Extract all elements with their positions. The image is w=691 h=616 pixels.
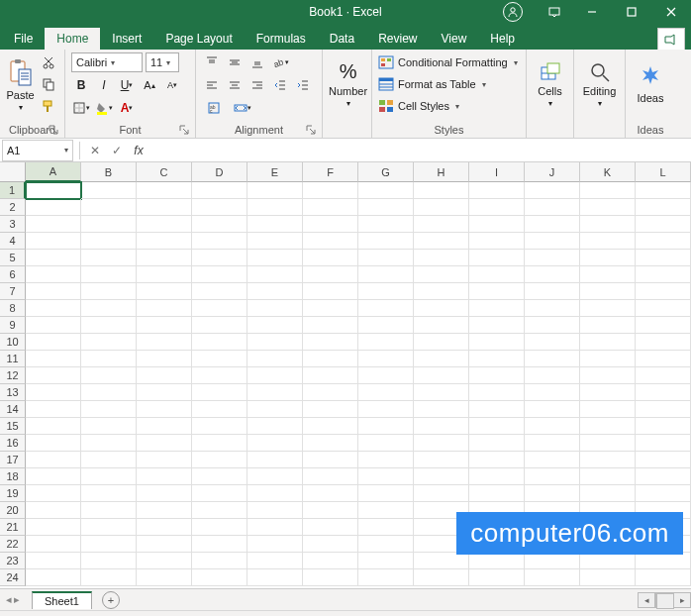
cell[interactable] xyxy=(192,435,247,452)
cell[interactable] xyxy=(580,485,636,502)
cell[interactable] xyxy=(247,250,303,266)
align-top-button[interactable] xyxy=(202,52,222,72)
merge-center-button[interactable]: ▾ xyxy=(229,98,256,118)
align-left-button[interactable] xyxy=(202,75,222,95)
cell[interactable] xyxy=(81,317,137,334)
row-header[interactable]: 14 xyxy=(0,401,26,418)
scroll-left-icon[interactable]: ◂ xyxy=(638,592,655,608)
cell[interactable] xyxy=(636,266,691,283)
cell[interactable] xyxy=(192,216,247,233)
cell[interactable] xyxy=(303,216,358,233)
close-button[interactable] xyxy=(651,0,691,24)
cell[interactable] xyxy=(580,435,636,452)
cell[interactable] xyxy=(303,233,358,250)
cell[interactable] xyxy=(414,384,469,401)
cell[interactable] xyxy=(247,367,303,384)
cell[interactable] xyxy=(26,569,81,586)
minimize-button[interactable] xyxy=(572,0,612,24)
cell[interactable] xyxy=(192,485,247,502)
cell[interactable] xyxy=(26,283,81,300)
cell[interactable] xyxy=(81,452,137,468)
cell[interactable] xyxy=(469,266,525,283)
cell[interactable] xyxy=(358,283,414,300)
cell[interactable] xyxy=(81,468,137,485)
column-header[interactable]: A xyxy=(26,162,81,182)
cell[interactable] xyxy=(303,367,358,384)
cell[interactable] xyxy=(137,553,192,569)
column-header[interactable]: B xyxy=(81,162,137,182)
row-header[interactable]: 22 xyxy=(0,536,26,553)
cell[interactable] xyxy=(192,384,247,401)
cell[interactable] xyxy=(192,266,247,283)
cell[interactable] xyxy=(636,452,691,468)
number-format-button[interactable]: % Number ▾ xyxy=(329,52,367,116)
cell[interactable] xyxy=(636,233,691,250)
cell[interactable] xyxy=(358,468,414,485)
cell[interactable] xyxy=(26,300,81,317)
tab-formulas[interactable]: Formulas xyxy=(245,28,318,50)
cell[interactable] xyxy=(192,182,247,199)
cell[interactable] xyxy=(247,418,303,435)
row-header[interactable]: 1 xyxy=(0,182,26,199)
cell[interactable] xyxy=(303,485,358,502)
cell[interactable] xyxy=(137,452,192,468)
cell[interactable] xyxy=(81,384,137,401)
cell[interactable] xyxy=(358,216,414,233)
cell[interactable] xyxy=(414,300,469,317)
align-right-button[interactable] xyxy=(247,75,267,95)
cell[interactable] xyxy=(414,182,469,199)
cell[interactable] xyxy=(81,536,137,553)
cell[interactable] xyxy=(580,233,636,250)
cell[interactable] xyxy=(414,435,469,452)
column-header[interactable]: D xyxy=(192,162,247,182)
cell[interactable] xyxy=(580,199,636,216)
cell[interactable] xyxy=(247,300,303,317)
cell[interactable] xyxy=(192,367,247,384)
cell[interactable] xyxy=(580,367,636,384)
cell[interactable] xyxy=(580,452,636,468)
cell[interactable] xyxy=(137,401,192,418)
cell[interactable] xyxy=(636,384,691,401)
cell[interactable] xyxy=(247,199,303,216)
column-header[interactable]: H xyxy=(414,162,469,182)
cell[interactable] xyxy=(358,182,414,199)
cell[interactable] xyxy=(26,367,81,384)
cell[interactable] xyxy=(580,317,636,334)
cell[interactable] xyxy=(26,401,81,418)
cell[interactable] xyxy=(247,435,303,452)
cell[interactable] xyxy=(636,300,691,317)
cell[interactable] xyxy=(81,334,137,351)
cell[interactable] xyxy=(358,435,414,452)
cell[interactable] xyxy=(81,435,137,452)
cell[interactable] xyxy=(137,233,192,250)
cell[interactable] xyxy=(636,250,691,266)
column-header[interactable]: L xyxy=(636,162,691,182)
cell[interactable] xyxy=(26,351,81,367)
fill-color-button[interactable]: ▾ xyxy=(94,98,114,118)
cell[interactable] xyxy=(580,250,636,266)
cell[interactable] xyxy=(636,569,691,586)
underline-button[interactable]: U▾ xyxy=(117,75,137,95)
cell[interactable] xyxy=(303,317,358,334)
cell[interactable] xyxy=(192,300,247,317)
cell[interactable] xyxy=(303,266,358,283)
cell[interactable] xyxy=(247,569,303,586)
cell[interactable] xyxy=(81,351,137,367)
cell[interactable] xyxy=(414,266,469,283)
cell[interactable] xyxy=(137,468,192,485)
cell[interactable] xyxy=(192,452,247,468)
cell[interactable] xyxy=(26,485,81,502)
cell[interactable] xyxy=(137,250,192,266)
cell[interactable] xyxy=(414,317,469,334)
cell[interactable] xyxy=(580,182,636,199)
cell[interactable] xyxy=(358,553,414,569)
cell[interactable] xyxy=(358,367,414,384)
cell[interactable] xyxy=(636,485,691,502)
cell[interactable] xyxy=(192,418,247,435)
cell[interactable] xyxy=(26,536,81,553)
cell[interactable] xyxy=(26,317,81,334)
row-header[interactable]: 7 xyxy=(0,283,26,300)
tab-insert[interactable]: Insert xyxy=(100,28,153,50)
formula-input[interactable] xyxy=(149,141,691,160)
cell[interactable] xyxy=(636,468,691,485)
